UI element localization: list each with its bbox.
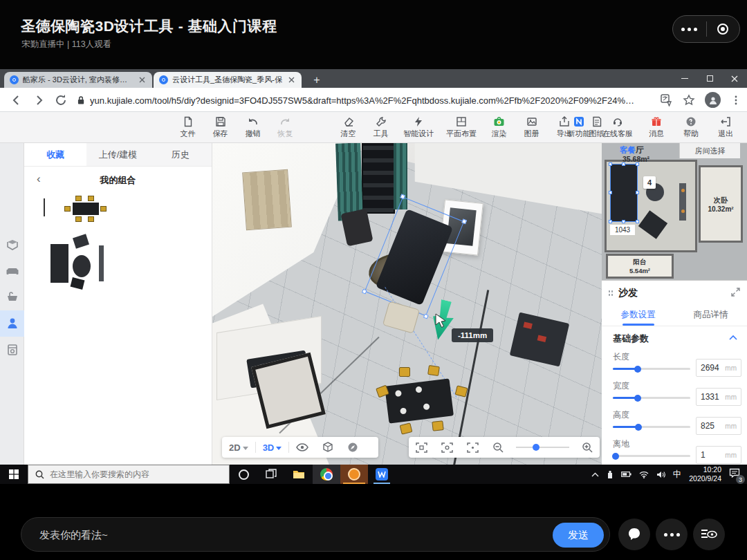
omnibox[interactable]: yun.kujiale.com/tool/h5/diy?designid=3FO… bbox=[77, 93, 636, 107]
toolbar-messages-button[interactable]: 消息 bbox=[639, 112, 674, 143]
offground-slider[interactable] bbox=[613, 455, 690, 457]
battery-icon[interactable] bbox=[621, 471, 631, 478]
wps-icon[interactable] bbox=[368, 465, 396, 484]
category-furniture-icon[interactable] bbox=[0, 258, 24, 284]
close-tab-icon[interactable] bbox=[137, 75, 147, 85]
floorplan-balcony[interactable]: 阳台5.54m² bbox=[606, 254, 674, 279]
more-options-button[interactable] bbox=[656, 519, 688, 550]
translate-icon[interactable] bbox=[661, 94, 673, 106]
chrome-icon[interactable] bbox=[313, 465, 340, 484]
close-tab-icon[interactable] bbox=[286, 75, 296, 85]
taskbar-search-input[interactable] bbox=[50, 469, 216, 479]
ime-indicator[interactable]: 中 bbox=[673, 469, 682, 480]
toolbar-redo-button[interactable]: 恢复 bbox=[269, 112, 302, 143]
course-title: 圣德保陶瓷3D设计工具 - 基础入门课程 bbox=[21, 17, 277, 36]
chat-face-button[interactable] bbox=[618, 519, 650, 550]
record-icon[interactable] bbox=[707, 16, 740, 42]
width-slider[interactable] bbox=[613, 397, 690, 399]
length-slider[interactable] bbox=[613, 368, 690, 370]
floorplan-selected-sofa[interactable] bbox=[610, 164, 638, 222]
combo-thumbnail-dining-set[interactable] bbox=[63, 196, 109, 223]
notification-center-icon[interactable]: 3 bbox=[729, 468, 740, 480]
properties-panel: 沙发 参数设置 商品详情 基础参数 bbox=[602, 280, 747, 465]
send-button[interactable]: 发送 bbox=[553, 523, 604, 548]
toolbar-support-button[interactable]: 在线客服 bbox=[596, 112, 639, 143]
tab-upload-model[interactable]: 上传/建模 bbox=[86, 143, 149, 166]
fit-settings-icon[interactable] bbox=[434, 437, 460, 458]
toolbar-clear-button[interactable]: 清空 bbox=[332, 112, 365, 143]
toolbar-new-features-button[interactable]: 新功能 bbox=[562, 112, 596, 143]
close-window-button[interactable] bbox=[722, 69, 747, 88]
clock[interactable]: 10:20 2020/9/24 bbox=[689, 465, 721, 483]
kujiale-app-icon[interactable] bbox=[340, 465, 368, 484]
task-view-icon[interactable] bbox=[257, 465, 285, 484]
category-bath-icon[interactable] bbox=[0, 284, 24, 310]
expand-panel-icon[interactable] bbox=[731, 288, 740, 297]
mode-2d-button[interactable]: 2D bbox=[222, 437, 255, 458]
height-slider[interactable] bbox=[613, 426, 690, 428]
length-value-field[interactable]: 2694mm bbox=[696, 359, 741, 377]
tray-chevron-icon[interactable] bbox=[591, 472, 599, 477]
toolbar-ai-design-button[interactable]: 智能设计 bbox=[397, 112, 440, 143]
wall-number-badge[interactable]: 4 bbox=[643, 176, 656, 189]
mode-3d-button[interactable]: 3D bbox=[256, 437, 289, 458]
browser-menu-icon[interactable] bbox=[730, 95, 741, 106]
model-cube-icon[interactable] bbox=[315, 437, 340, 458]
viewport-3d[interactable]: -111mm 2D 3D bbox=[212, 143, 602, 465]
wifi-icon[interactable] bbox=[639, 471, 649, 478]
tab-product-details[interactable]: 商品详情 bbox=[674, 306, 747, 326]
walkthrough-compass-icon[interactable] bbox=[340, 437, 365, 458]
speaker-icon[interactable] bbox=[656, 471, 665, 478]
more-icon[interactable] bbox=[673, 16, 706, 42]
toolbar-floorplan-layout-button[interactable]: 平面布置 bbox=[440, 112, 483, 143]
height-value-field[interactable]: 825mm bbox=[696, 417, 741, 435]
minimize-button[interactable] bbox=[672, 69, 697, 88]
comment-box[interactable]: 发送 bbox=[21, 517, 610, 552]
tab-parameter-settings[interactable]: 参数设置 bbox=[602, 306, 674, 326]
forward-icon[interactable] bbox=[32, 93, 46, 107]
zoom-slider-knob[interactable] bbox=[533, 444, 540, 451]
maximize-button[interactable] bbox=[697, 69, 722, 88]
toolbar-render-button[interactable]: 渲染 bbox=[483, 112, 515, 143]
fit-selection-icon[interactable] bbox=[409, 437, 434, 458]
floorplan-bedroom[interactable]: 次卧10.32m² bbox=[699, 165, 743, 243]
toolbar-help-button[interactable]: 帮助 bbox=[674, 112, 708, 143]
toolbar-exit-button[interactable]: 退出 bbox=[708, 112, 743, 143]
file-explorer-icon[interactable] bbox=[285, 465, 313, 484]
toolbar-file-button[interactable]: 文件 bbox=[172, 112, 204, 143]
toolbar-undo-button[interactable]: 撤销 bbox=[237, 112, 269, 143]
collapse-chevron-icon[interactable] bbox=[729, 335, 737, 340]
offground-value-field[interactable]: 1mm bbox=[696, 446, 741, 464]
tab-history[interactable]: 历史 bbox=[149, 143, 212, 166]
toolbar-tools-button[interactable]: 工具 bbox=[365, 112, 397, 143]
zoom-in-icon[interactable] bbox=[575, 437, 600, 458]
browser-tab-design-tool[interactable]: 云设计工具_圣德保陶瓷_季风-保 bbox=[154, 72, 302, 88]
profile-avatar[interactable] bbox=[705, 92, 721, 108]
floorplan-minimap[interactable]: 客餐厅 35.68m² 房间选择 次卧10.32m² 阳台5.54m² bbox=[602, 143, 747, 280]
category-appliance-icon[interactable] bbox=[0, 337, 24, 363]
back-icon[interactable] bbox=[10, 93, 24, 107]
drag-handle-icon[interactable] bbox=[608, 290, 614, 297]
visibility-eye-icon[interactable] bbox=[289, 437, 315, 458]
toggle-comments-button[interactable] bbox=[693, 519, 725, 550]
bookmark-star-icon[interactable] bbox=[683, 94, 695, 106]
zoom-out-icon[interactable] bbox=[486, 437, 510, 458]
width-value-field[interactable]: 1331mm bbox=[696, 388, 741, 406]
combo-thumbnail-livingroom-set[interactable] bbox=[45, 234, 121, 288]
start-button[interactable] bbox=[0, 465, 28, 484]
browser-tab-kujiale-home[interactable]: 酷家乐 - 3D云设计, 室内装修效... bbox=[4, 72, 152, 88]
cortana-icon[interactable] bbox=[230, 465, 257, 484]
refresh-icon[interactable] bbox=[54, 93, 68, 107]
comment-input[interactable] bbox=[39, 518, 482, 551]
zoom-slider[interactable] bbox=[516, 447, 569, 448]
new-tab-button[interactable]: + bbox=[310, 73, 324, 87]
center-focus-icon[interactable] bbox=[460, 437, 486, 458]
usb-icon[interactable] bbox=[607, 470, 614, 479]
taskbar-search[interactable] bbox=[28, 465, 230, 484]
toolbar-album-button[interactable]: 图册 bbox=[515, 112, 548, 143]
toolbar-save-button[interactable]: 保存 bbox=[204, 112, 237, 143]
room-select-button[interactable]: 房间选择 bbox=[679, 143, 740, 158]
tab-favorites[interactable]: 收藏 bbox=[24, 143, 86, 166]
category-room-icon[interactable] bbox=[0, 232, 24, 258]
category-people-icon[interactable] bbox=[0, 310, 24, 337]
